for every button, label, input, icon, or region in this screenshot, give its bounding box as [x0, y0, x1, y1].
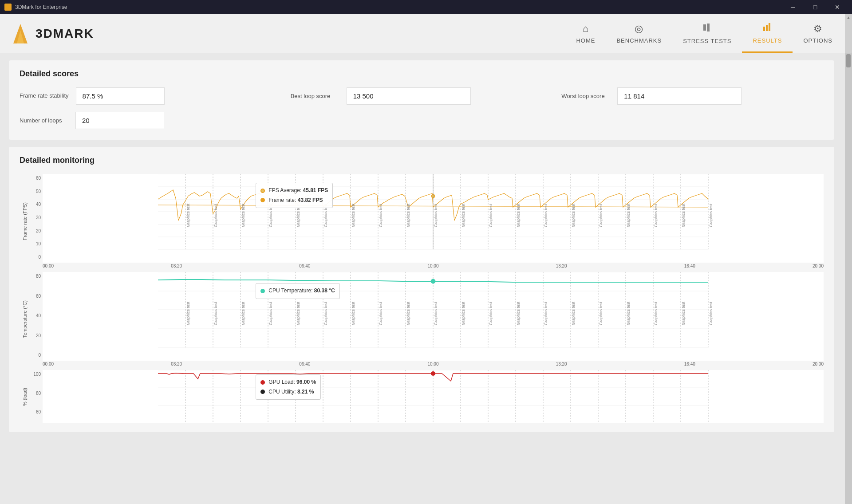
- fps-y-tick-30: 30: [30, 215, 41, 220]
- svg-text:Graphics test: Graphics test: [571, 301, 576, 325]
- benchmarks-icon: ◎: [635, 23, 643, 35]
- title-bar-left: 3DMark for Enterprise: [4, 4, 67, 11]
- fps-y-tick-50: 50: [30, 189, 41, 194]
- frame-rate-stability-value: 87.5 %: [76, 87, 165, 105]
- best-loop-score-label: Best loop score: [291, 93, 339, 99]
- nav-bar: 3DMARK ⌂ HOME ◎ BENCHMARKS STRESS TESTS: [0, 14, 852, 53]
- temp-x-ticks: 00:00 03:20 06:40 10:00 13:20 16:40 20:0…: [43, 361, 824, 366]
- fps-y-tick-0: 0: [30, 255, 41, 260]
- app-icon: [4, 4, 12, 11]
- nav-item-home[interactable]: ⌂ HOME: [565, 14, 606, 53]
- fps-x-tick-5: 16:40: [684, 264, 695, 268]
- monitoring-card: Detailed monitoring Frame rate (FPS) 60 …: [9, 147, 834, 432]
- svg-text:Graphics test: Graphics test: [296, 301, 300, 325]
- svg-text:Graphics test: Graphics test: [323, 301, 328, 325]
- svg-text:Graphics test: Graphics test: [351, 203, 355, 227]
- svg-text:Graphics test: Graphics test: [323, 203, 328, 227]
- fps-x-ticks: 00:00 03:20 06:40 10:00 13:20 16:40 20:0…: [43, 263, 824, 268]
- nav-label-options: OPTIONS: [803, 37, 832, 44]
- nav-item-results[interactable]: RESULTS: [742, 14, 793, 53]
- fps-y-axis-label: Frame rate (FPS): [22, 202, 28, 240]
- fps-x-tick-0: 00:00: [43, 264, 54, 268]
- nav-label-stress-tests: STRESS TESTS: [683, 38, 731, 44]
- svg-rect-4: [763, 27, 765, 31]
- load-y-axis-label-container: % (load): [20, 370, 30, 423]
- fps-chart-wrapper: Graphics test Graphics test Graphics tes…: [43, 174, 824, 268]
- svg-point-82: [431, 279, 435, 284]
- nav-item-options[interactable]: ⚙ OPTIONS: [793, 14, 843, 53]
- home-icon: ⌂: [583, 23, 589, 35]
- temp-chart-wrapper: Graphics test Graphics test Graphics tes…: [43, 272, 824, 366]
- svg-text:Graphics test: Graphics test: [461, 203, 465, 227]
- svg-text:Graphics test: Graphics test: [241, 203, 245, 227]
- svg-text:Graphics test: Graphics test: [599, 203, 603, 227]
- svg-text:Graphics test: Graphics test: [379, 301, 383, 325]
- frame-rate-stability-item: Frame rate stability 87.5 %: [20, 87, 282, 105]
- worst-loop-score-label: Worst loop score: [561, 93, 610, 99]
- svg-text:Graphics test: Graphics test: [461, 301, 465, 325]
- svg-rect-2: [703, 24, 706, 31]
- temp-y-axis-label: Temperature (°C): [22, 300, 28, 338]
- best-loop-score-value: 13 500: [347, 87, 471, 105]
- load-chart-svg: [43, 370, 824, 423]
- fps-x-tick-6: 20:00: [813, 264, 824, 268]
- nav-label-home: HOME: [576, 37, 595, 44]
- minimize-button[interactable]: ─: [783, 0, 803, 14]
- fps-x-tick-3: 10:00: [427, 264, 438, 268]
- load-chart-wrapper: GPU Load: 96.00 % CPU Utility: 8.21 %: [43, 370, 824, 423]
- fps-y-tick-40: 40: [30, 202, 41, 207]
- nav-item-stress-tests[interactable]: STRESS TESTS: [672, 14, 742, 53]
- svg-text:Graphics test: Graphics test: [544, 301, 548, 325]
- temp-y-axis-label-container: Temperature (°C): [20, 272, 30, 366]
- svg-text:Graphics test: Graphics test: [379, 203, 383, 227]
- fps-x-tick-2: 06:40: [299, 264, 310, 268]
- fps-x-tick-1: 03:20: [171, 264, 182, 268]
- svg-text:Graphics test: Graphics test: [599, 301, 603, 325]
- fps-y-tick-20: 20: [30, 228, 41, 233]
- logo-area: 3DMARK: [9, 22, 94, 45]
- scores-title: Detailed scores: [20, 69, 824, 79]
- svg-text:Graphics test: Graphics test: [654, 301, 658, 325]
- svg-rect-6: [769, 23, 770, 31]
- svg-text:Graphics test: Graphics test: [709, 203, 713, 227]
- svg-text:Graphics test: Graphics test: [296, 203, 300, 227]
- svg-rect-5: [766, 25, 768, 31]
- main-scrollbar-thumb[interactable]: [846, 54, 851, 67]
- svg-text:Graphics test: Graphics test: [489, 301, 493, 325]
- scores-row-1: Frame rate stability 87.5 % Best loop sc…: [20, 87, 824, 105]
- nav-item-benchmarks[interactable]: ◎ BENCHMARKS: [606, 14, 672, 53]
- nav-label-benchmarks: BENCHMARKS: [616, 37, 662, 44]
- monitoring-title: Detailed monitoring: [20, 156, 824, 165]
- svg-text:Graphics test: Graphics test: [626, 203, 631, 227]
- temp-chart-area: Temperature (°C) 80 60 40 20 0: [20, 272, 824, 366]
- svg-text:Graphics test: Graphics test: [434, 203, 438, 227]
- worst-loop-score-item: Worst loop score 11 814: [561, 87, 824, 105]
- svg-text:Graphics test: Graphics test: [406, 301, 410, 325]
- fps-chart-area: Frame rate (FPS) 60 50 40 30 20 10 0: [20, 174, 824, 268]
- fps-x-tick-4: 13:20: [556, 264, 567, 268]
- svg-text:Graphics test: Graphics test: [351, 301, 355, 325]
- main-scrollbar[interactable]: [845, 53, 852, 504]
- svg-text:Graphics test: Graphics test: [186, 203, 190, 227]
- close-button[interactable]: ✕: [827, 0, 848, 14]
- svg-text:Graphics test: Graphics test: [654, 203, 658, 227]
- best-loop-score-item: Best loop score 13 500: [291, 87, 553, 105]
- fps-y-ticks: 60 50 40 30 20 10 0: [30, 174, 43, 268]
- logo-icon: [9, 22, 32, 45]
- svg-rect-3: [707, 24, 710, 32]
- fps-chart-svg: Graphics test Graphics test Graphics tes…: [43, 174, 824, 263]
- number-of-loops-value: 20: [75, 112, 164, 129]
- options-icon: ⚙: [813, 23, 823, 35]
- svg-text:Graphics test: Graphics test: [268, 203, 273, 227]
- maximize-button[interactable]: □: [805, 0, 825, 14]
- svg-text:Graphics test: Graphics test: [709, 301, 713, 325]
- app-title: 3DMark for Enterprise: [15, 4, 67, 10]
- svg-text:Graphics test: Graphics test: [186, 301, 190, 325]
- results-icon: [762, 22, 772, 35]
- svg-text:Graphics test: Graphics test: [213, 301, 218, 325]
- fps-y-tick-60: 60: [30, 176, 41, 181]
- fps-y-tick-10: 10: [30, 241, 41, 246]
- load-y-ticks: 100 80 60: [30, 370, 43, 423]
- fps-y-axis-label-container: Frame rate (FPS): [20, 174, 30, 268]
- svg-text:Graphics test: Graphics test: [241, 301, 245, 325]
